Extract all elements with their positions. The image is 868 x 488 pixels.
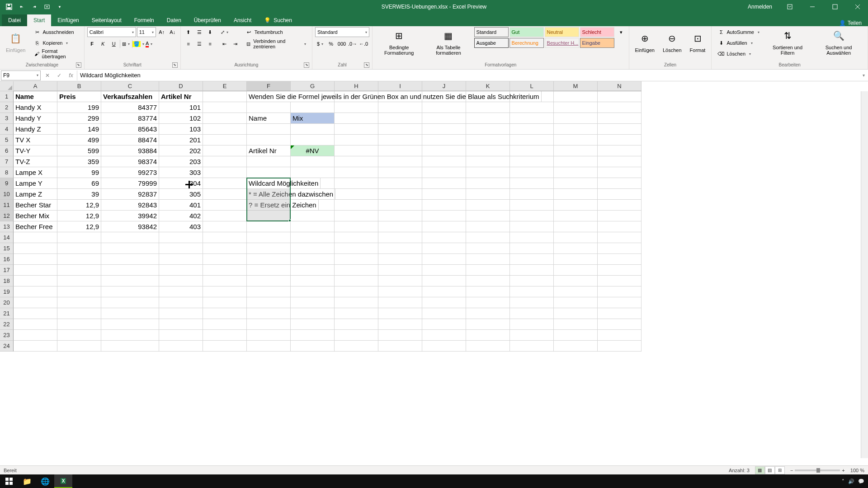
cell-L14[interactable]	[510, 232, 554, 243]
cell-L7[interactable]	[510, 156, 554, 167]
cell-K20[interactable]	[466, 297, 510, 308]
cell-B19[interactable]	[57, 286, 101, 297]
cell-A9[interactable]: Lampe Y	[14, 178, 57, 189]
cell-N21[interactable]	[598, 308, 642, 319]
cell-E5[interactable]	[203, 135, 247, 145]
zoom-slider[interactable]: − +	[790, 468, 845, 473]
cell-F3[interactable]: Name	[247, 113, 291, 124]
cell-J16[interactable]	[422, 254, 466, 265]
cell-K15[interactable]	[466, 243, 510, 254]
cell-D23[interactable]	[159, 330, 203, 341]
tab-formeln[interactable]: Formeln	[128, 14, 160, 26]
tray-chevron[interactable]: ˄	[842, 479, 844, 484]
cell-C1[interactable]: Verkaufszahlen	[101, 91, 159, 102]
cell-A7[interactable]: TV-Z	[14, 156, 57, 167]
cell-J3[interactable]	[422, 113, 466, 124]
cell-B4[interactable]: 149	[57, 124, 101, 135]
cell-D8[interactable]: 303	[159, 167, 203, 178]
cell-L9[interactable]	[510, 178, 554, 189]
cell-K16[interactable]	[466, 254, 510, 265]
cell-H6[interactable]	[335, 145, 378, 156]
cell-G12[interactable]	[291, 211, 335, 221]
cell-I5[interactable]	[378, 135, 422, 145]
style-gut[interactable]: Gut	[509, 27, 544, 37]
cell-F6[interactable]: Artikel Nr	[247, 145, 291, 156]
cell-N10[interactable]	[598, 189, 642, 200]
cell-B10[interactable]: 39	[57, 189, 101, 200]
cell-L3[interactable]	[510, 113, 554, 124]
cell-N17[interactable]	[598, 265, 642, 276]
cell-B1[interactable]: Preis	[57, 91, 101, 102]
cell-E16[interactable]	[203, 254, 247, 265]
font-color-button[interactable]: A▾	[144, 39, 154, 49]
cell-C23[interactable]	[101, 330, 159, 341]
cell-F5[interactable]	[247, 135, 291, 145]
cell-G23[interactable]	[291, 330, 335, 341]
bold-button[interactable]: F	[87, 39, 97, 49]
cell-N6[interactable]	[598, 145, 642, 156]
cell-K14[interactable]	[466, 232, 510, 243]
cell-H5[interactable]	[335, 135, 378, 145]
style-eingabe[interactable]: Eingabe	[580, 38, 614, 48]
cell-C11[interactable]: 92843	[101, 200, 159, 211]
border-button[interactable]: ⊞▾	[121, 39, 131, 49]
cell-B13[interactable]: 12,9	[57, 221, 101, 232]
cell-C12[interactable]: 39942	[101, 211, 159, 221]
cell-G14[interactable]	[291, 232, 335, 243]
cell-L19[interactable]	[510, 286, 554, 297]
cell-I24[interactable]	[378, 341, 422, 352]
close-button[interactable]	[847, 0, 868, 14]
tab-datei[interactable]: Datei	[2, 14, 27, 26]
name-box[interactable]: F9▾	[1, 70, 41, 80]
font-name-combo[interactable]: Calibri▾	[87, 27, 136, 37]
cell-K18[interactable]	[466, 276, 510, 286]
cell-D15[interactable]	[159, 243, 203, 254]
col-header-K[interactable]: K	[466, 81, 510, 91]
cell-L20[interactable]	[510, 297, 554, 308]
sort-filter-button[interactable]: ⇅Sortieren und Filtern	[764, 27, 811, 57]
cell-L17[interactable]	[510, 265, 554, 276]
cell-C17[interactable]	[101, 265, 159, 276]
cell-H2[interactable]	[335, 102, 378, 113]
col-header-A[interactable]: A	[14, 81, 57, 91]
align-right-button[interactable]: ≡	[205, 39, 215, 49]
cell-M2[interactable]	[554, 102, 598, 113]
cell-I18[interactable]	[378, 276, 422, 286]
cell-E18[interactable]	[203, 276, 247, 286]
cell-E1[interactable]	[203, 91, 247, 102]
cell-D2[interactable]: 101	[159, 102, 203, 113]
cell-L8[interactable]	[510, 167, 554, 178]
align-center-button[interactable]: ☰	[194, 39, 204, 49]
cell-C14[interactable]	[101, 232, 159, 243]
copy-button[interactable]: ⎘Kopieren▾	[30, 38, 81, 48]
cell-C22[interactable]	[101, 319, 159, 330]
align-top-button[interactable]: ⬆	[184, 27, 193, 37]
search-tell-me[interactable]: 💡Suchen	[258, 14, 298, 26]
cell-I14[interactable]	[378, 232, 422, 243]
cell-L23[interactable]	[510, 330, 554, 341]
cell-B11[interactable]: 12,9	[57, 200, 101, 211]
row-header-22[interactable]: 22	[0, 319, 14, 330]
cell-A6[interactable]: TV-Y	[14, 145, 57, 156]
style-ausgabe[interactable]: Ausgabe	[474, 38, 509, 48]
cell-J9[interactable]	[422, 178, 466, 189]
number-format-combo[interactable]: Standard▾	[315, 27, 369, 37]
cell-C20[interactable]	[101, 297, 159, 308]
cell-C9[interactable]: 79999	[101, 178, 159, 189]
touch-mode-button[interactable]	[42, 1, 52, 12]
cell-I2[interactable]	[378, 102, 422, 113]
cell-A14[interactable]	[14, 232, 57, 243]
cell-K11[interactable]	[466, 200, 510, 211]
cell-E11[interactable]	[203, 200, 247, 211]
underline-button[interactable]: U	[109, 39, 119, 49]
cell-E4[interactable]	[203, 124, 247, 135]
cell-A1[interactable]: Name	[14, 91, 57, 102]
cell-D5[interactable]: 201	[159, 135, 203, 145]
start-button[interactable]	[0, 474, 18, 488]
cell-H22[interactable]	[335, 319, 378, 330]
row-header-2[interactable]: 2	[0, 102, 14, 113]
cell-F15[interactable]	[247, 243, 291, 254]
cell-H10[interactable]	[335, 189, 378, 200]
decrease-decimal-button[interactable]: ←.0	[359, 39, 368, 49]
cell-E2[interactable]	[203, 102, 247, 113]
